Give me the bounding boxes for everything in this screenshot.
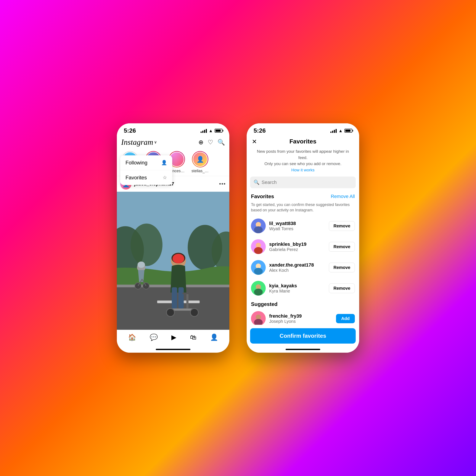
svg-point-2 xyxy=(131,223,163,266)
logo-chevron[interactable]: ∨ xyxy=(154,140,157,145)
search-bar[interactable]: 🔍 xyxy=(250,177,356,188)
status-bar-left: 5:26 ▲ xyxy=(117,123,229,136)
favorite-item-2: sprinkles_bby19 Gabriela Perez Remove xyxy=(247,236,359,257)
new-post-icon[interactable]: ⊕ xyxy=(198,139,203,146)
post-image xyxy=(117,192,229,330)
svg-point-29 xyxy=(254,268,263,275)
username-kyia: kyia_kayaks xyxy=(269,283,325,289)
favorites-section-title: Favorites xyxy=(251,193,274,200)
status-bar-right: 5:26 ▲ xyxy=(247,123,359,136)
fav-item-info-3: xander.the.great178 Alex Koch xyxy=(269,262,325,273)
remove-all-button[interactable]: Remove All xyxy=(331,194,355,199)
story-label-3: stellas_gr0... xyxy=(191,169,209,173)
nav-messages[interactable]: 💬 xyxy=(150,333,158,341)
fav-item-info-4: kyia_kayaks Kyra Marie xyxy=(269,283,325,294)
remove-button-2[interactable]: Remove xyxy=(329,242,355,252)
instagram-logo: Instagram ∨ xyxy=(121,138,157,147)
svg-point-23 xyxy=(254,226,263,233)
description-text: New posts from your favorites will appea… xyxy=(257,149,349,166)
favorites-star-icon: ☆ xyxy=(163,175,167,180)
name-frenchie: Joseph Lyons xyxy=(269,319,333,324)
search-icon[interactable]: 🔍 xyxy=(218,139,225,146)
battery-icon xyxy=(215,129,222,133)
favorites-description: New posts from your favorites will appea… xyxy=(247,148,359,177)
svg-rect-14 xyxy=(186,292,188,308)
post-more-button[interactable]: ••• xyxy=(219,181,226,187)
header-icons: ⊕ ♡ 🔍 xyxy=(198,139,225,146)
fav-item-info-suggested-1: frenchie_fry39 Joseph Lyons xyxy=(269,313,333,324)
signal-icon-right xyxy=(330,129,337,133)
name-xander: Alex Koch xyxy=(269,268,325,273)
favorites-section-desc: To get started, you can confirm these su… xyxy=(247,201,359,216)
favorites-header: ✕ Favorites xyxy=(247,136,359,148)
name-lil-wyatt: Wyatt Torres xyxy=(269,226,325,231)
instagram-header: Instagram ∨ ⊕ ♡ 🔍 Following 👤 Favorites xyxy=(117,136,229,149)
avatar-xander xyxy=(251,260,266,275)
home-bar xyxy=(156,349,190,350)
close-button[interactable]: ✕ xyxy=(252,138,257,145)
search-icon: 🔍 xyxy=(254,180,259,185)
username-frenchie: frenchie_fry39 xyxy=(269,313,333,319)
add-button-1[interactable]: Add xyxy=(336,314,355,323)
status-icons-right: ▲ xyxy=(330,128,352,133)
status-icons-left: ▲ xyxy=(201,128,222,133)
favorites-list: lil_wyatt838 Wyatt Torres Remove sprinkl… xyxy=(247,216,359,325)
favorite-item-3: xander.the.great178 Alex Koch Remove xyxy=(247,257,359,278)
status-time-left: 5:26 xyxy=(124,127,136,134)
remove-button-4[interactable]: Remove xyxy=(329,283,355,293)
home-bar-right xyxy=(286,349,320,350)
svg-rect-10 xyxy=(178,287,184,308)
confirm-favorites-button[interactable]: Confirm favorites xyxy=(250,328,356,344)
username-sprinkles: sprinkles_bby19 xyxy=(269,241,325,247)
wifi-icon: ▲ xyxy=(209,128,213,133)
bottom-navigation: 🏠 💬 ▶ 🛍 👤 xyxy=(117,330,229,347)
avatar-lil-wyatt xyxy=(251,219,266,233)
notifications-icon[interactable]: ♡ xyxy=(208,139,213,146)
dropdown-favorites[interactable]: Favorites ☆ xyxy=(120,170,172,185)
how-it-works-link[interactable]: How it works xyxy=(291,168,315,172)
nav-reels[interactable]: ▶ xyxy=(171,333,176,341)
svg-rect-15 xyxy=(182,292,193,294)
fav-item-info-2: sprinkles_bby19 Gabriela Perez xyxy=(269,241,325,252)
suggested-section-header: Suggested xyxy=(247,299,359,308)
svg-point-18 xyxy=(138,262,145,268)
signal-icon xyxy=(201,129,207,133)
suggested-item-1: frenchie_fry39 Joseph Lyons Add xyxy=(247,308,359,325)
avatar-frenchie xyxy=(251,311,266,325)
phones-container: 5:26 ▲ Instagram ∨ xyxy=(117,123,359,353)
username-xander: xander.the.great178 xyxy=(269,262,325,268)
svg-rect-9 xyxy=(172,287,177,308)
wifi-icon-right: ▲ xyxy=(338,128,343,133)
svg-point-13 xyxy=(190,308,198,317)
svg-rect-6 xyxy=(184,301,200,303)
home-bar-wrapper-right xyxy=(247,347,359,353)
remove-button-3[interactable]: Remove xyxy=(329,263,355,272)
svg-point-26 xyxy=(254,247,263,254)
right-phone: 5:26 ▲ ✕ Favorites xyxy=(247,123,359,353)
following-label: Following xyxy=(125,160,147,166)
avatar-sprinkles xyxy=(251,239,266,254)
favorites-title: Favorites xyxy=(289,138,317,145)
avatar-kyia xyxy=(251,281,266,296)
favorites-section-header: Favorites Remove All xyxy=(247,192,359,201)
search-input[interactable] xyxy=(262,180,352,185)
right-phone-content: ✕ Favorites New posts from your favorite… xyxy=(247,136,359,347)
name-kyia: Kyra Marie xyxy=(269,289,325,294)
following-icon: 👤 xyxy=(161,160,167,166)
svg-point-32 xyxy=(254,289,263,296)
story-avatar-3: 👤 xyxy=(192,151,208,168)
favorite-item-4: kyia_kayaks Kyra Marie Remove xyxy=(247,278,359,299)
nav-profile[interactable]: 👤 xyxy=(210,333,218,341)
status-time-right: 5:26 xyxy=(254,127,266,134)
remove-button-1[interactable]: Remove xyxy=(329,221,355,231)
nav-shop[interactable]: 🛍 xyxy=(190,334,196,341)
nav-home[interactable]: 🏠 xyxy=(128,333,136,341)
story-item-3[interactable]: 👤 stellas_gr0... xyxy=(190,151,210,173)
post-scene-svg xyxy=(117,192,229,330)
dropdown-following[interactable]: Following 👤 xyxy=(120,155,172,170)
left-phone: 5:26 ▲ Instagram ∨ xyxy=(117,123,229,353)
name-sprinkles: Gabriela Perez xyxy=(269,247,325,252)
battery-icon-right xyxy=(344,129,352,133)
svg-point-16 xyxy=(173,254,184,263)
left-phone-content: Instagram ∨ ⊕ ♡ 🔍 Following 👤 Favorites xyxy=(117,136,229,347)
